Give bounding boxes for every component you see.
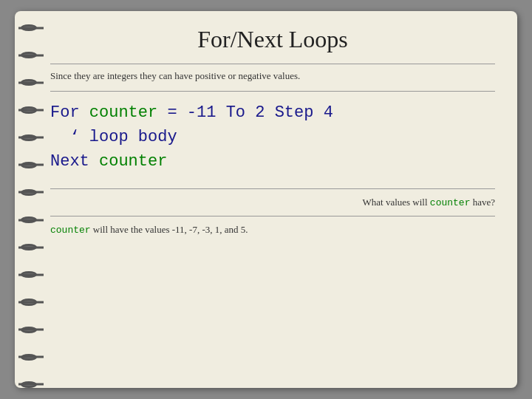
spiral-3	[21, 79, 37, 86]
operator-equals: =	[167, 103, 177, 122]
question-text: What values will counter have?	[50, 197, 495, 208]
keyword-next: Next	[50, 152, 89, 171]
question-prefix: What values will	[362, 197, 429, 208]
page-title: For/Next Loops	[50, 26, 495, 53]
divider-3	[50, 188, 495, 189]
keyword-to: To	[226, 103, 245, 122]
num-2: 2	[255, 103, 265, 122]
keyword-step: Step	[275, 103, 314, 122]
spiral-9	[21, 244, 37, 250]
notebook: For/Next Loops Since they are integers t…	[15, 11, 517, 388]
num-4: 4	[324, 103, 333, 122]
spiral-binding	[15, 11, 43, 388]
code-line-3: Next counter	[50, 149, 495, 174]
var-counter-1: counter	[89, 103, 157, 122]
spiral-5	[21, 134, 37, 141]
divider-1	[50, 64, 495, 64]
spiral-10	[21, 271, 37, 278]
spiral-6	[21, 162, 37, 168]
spiral-11	[21, 299, 37, 305]
comment-loop: ‘ loop body	[69, 128, 177, 146]
spiral-8	[21, 216, 37, 223]
answer-suffix: will have the values -11, -7, -3, 1, and…	[91, 224, 248, 235]
keyword-for: For	[50, 103, 80, 122]
spiral-1	[21, 24, 37, 31]
subtitle-text: Since they are integers they can have po…	[50, 70, 495, 82]
question-var: counter	[430, 197, 471, 208]
spiral-13	[21, 354, 37, 361]
code-block: For counter = -11 To 2 Step 4 ‘ loop bod…	[50, 100, 495, 174]
divider-4	[50, 216, 495, 216]
spiral-7	[21, 189, 37, 196]
question-suffix: have?	[470, 197, 495, 208]
num-minus11: -11	[187, 103, 216, 122]
spiral-12	[21, 327, 37, 333]
spiral-14	[21, 381, 37, 388]
spiral-4	[21, 106, 37, 113]
answer-text: counter will have the values -11, -7, -3…	[50, 224, 495, 236]
answer-var: counter	[50, 225, 91, 236]
spiral-2	[21, 52, 37, 58]
var-counter-2: counter	[99, 152, 167, 171]
code-line-2: ‘ loop body	[50, 125, 495, 149]
code-line-1: For counter = -11 To 2 Step 4	[50, 100, 495, 125]
main-content: For/Next Loops Since they are integers t…	[43, 11, 517, 388]
divider-2	[50, 91, 495, 92]
